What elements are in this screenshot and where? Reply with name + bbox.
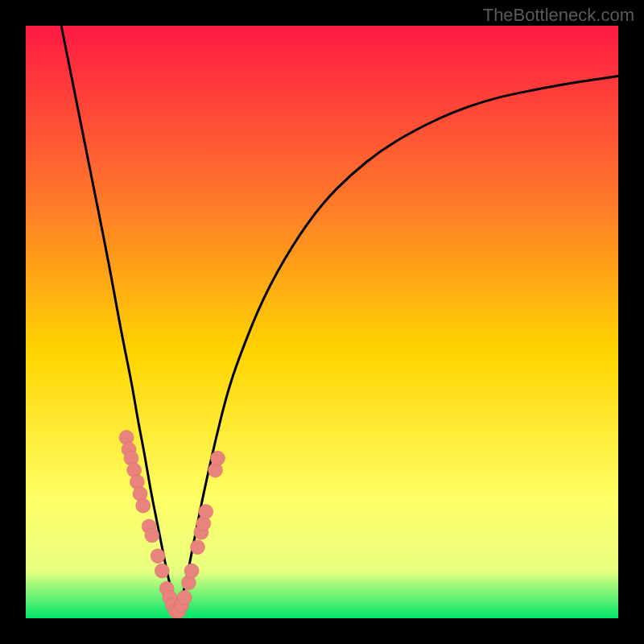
data-point [151, 549, 165, 564]
plot-area [26, 26, 618, 618]
data-point [210, 451, 225, 465]
data-point [136, 498, 151, 513]
chart-container: TheBottleneck.com [0, 0, 644, 644]
chart-svg [26, 26, 618, 618]
data-point [184, 564, 199, 578]
data-point [177, 590, 192, 605]
data-point [199, 505, 213, 519]
data-point [190, 540, 204, 555]
data-point [155, 564, 169, 578]
watermark-text: TheBottleneck.com [483, 5, 634, 26]
data-point [145, 528, 159, 543]
gradient-background [26, 26, 618, 618]
